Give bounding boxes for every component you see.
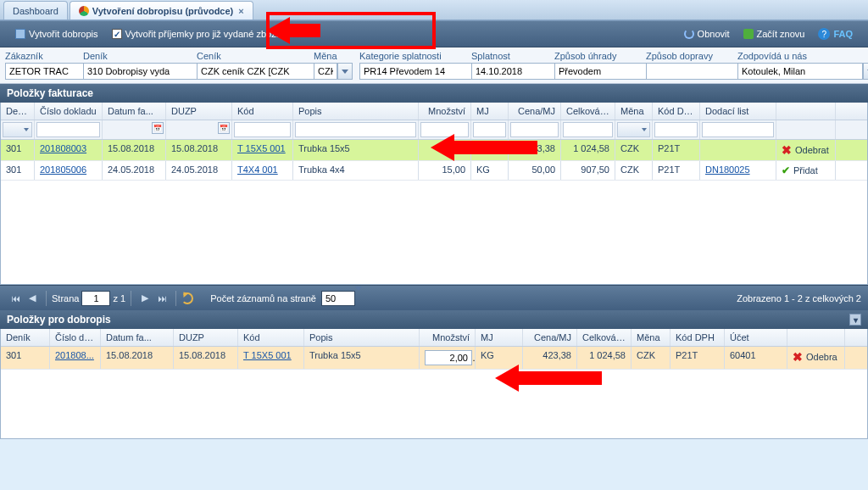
remove2-button[interactable]: ✖Odebra: [793, 350, 837, 364]
col2-price[interactable]: Cena/MJ: [523, 329, 577, 346]
col-duzp[interactable]: DUZP: [166, 103, 232, 120]
filter-code[interactable]: [234, 122, 291, 137]
due-category-input[interactable]: [359, 63, 485, 80]
col2-account[interactable]: Účet: [725, 329, 787, 346]
code2-link[interactable]: T 15X5 001: [243, 350, 292, 360]
doc-link[interactable]: 201805006: [40, 164, 86, 175]
faq-button[interactable]: ? FAQ: [811, 25, 860, 43]
col-price[interactable]: Cena/MJ: [509, 103, 561, 120]
filter-total[interactable]: [563, 122, 613, 137]
col-qty[interactable]: Množství: [419, 103, 471, 120]
responsible-input[interactable]: [737, 63, 863, 80]
remove-label: Odebrat: [795, 145, 829, 155]
cell2-account: 60401: [725, 347, 787, 369]
tab-wizard[interactable]: Vytvoření dobropisu (průvodce) ×: [70, 1, 253, 19]
doc2-link[interactable]: 201808...: [55, 350, 94, 360]
tab-dashboard[interactable]: Dashboard: [3, 1, 68, 19]
col-currency[interactable]: Měna: [615, 103, 653, 120]
cell-journal: 301: [1, 140, 35, 160]
qty-input[interactable]: [425, 350, 472, 365]
col-vat[interactable]: Kód DPH: [653, 103, 700, 120]
reset-button[interactable]: Začít znovu: [737, 25, 812, 42]
filter-journal-dd[interactable]: [3, 122, 32, 137]
filter-date-cal[interactable]: 📅: [152, 122, 164, 134]
filter-delivery[interactable]: [702, 122, 774, 137]
add-row-button[interactable]: ✔Přidat: [782, 164, 818, 176]
reset-label: Začít znovu: [757, 29, 805, 39]
pager-bar: ⏮ ◀ Strana z 1 ▶ ⏭ Počet záznamů na stra…: [0, 285, 868, 310]
cell-desc: Trubka 15x5: [293, 140, 419, 160]
doc-link[interactable]: 201808003: [40, 143, 86, 153]
last-page-button[interactable]: ⏭: [155, 292, 169, 305]
col2-currency[interactable]: Měna: [632, 329, 670, 346]
add-icon: ✔: [782, 164, 790, 176]
prev-page-button[interactable]: ◀: [25, 292, 39, 305]
page-size-dd[interactable]: [355, 291, 362, 306]
first-page-button[interactable]: ⏮: [8, 292, 22, 305]
responsible-dd[interactable]: [863, 63, 868, 80]
page-size-input[interactable]: [321, 291, 355, 306]
remove-row-button[interactable]: ✖Odebrat: [782, 143, 829, 157]
filter-currency-dd[interactable]: [617, 122, 650, 137]
filter-vat[interactable]: [654, 122, 698, 137]
pricelist-input[interactable]: [197, 63, 322, 80]
col2-desc[interactable]: Popis: [304, 329, 420, 346]
table-row[interactable]: 301 201808003 15.08.2018 15.08.2018 T 15…: [1, 140, 867, 161]
payment-label: Způsob úhrady: [554, 51, 643, 61]
pager-refresh-icon[interactable]: [181, 292, 193, 304]
filter-duzp-cal[interactable]: 📅: [218, 122, 230, 134]
col2-date[interactable]: Datum fa...: [101, 329, 174, 346]
col-date[interactable]: Datum fa...: [103, 103, 166, 120]
table-row[interactable]: 301 201808... 15.08.2018 15.08.2018 T 15…: [1, 347, 867, 370]
next-page-button[interactable]: ▶: [138, 292, 152, 305]
cell2-journal: 301: [1, 347, 50, 369]
currency-input[interactable]: [314, 63, 337, 80]
wizard-icon: [79, 6, 89, 16]
cell2-currency: CZK: [632, 347, 670, 369]
cell-journal: 301: [1, 161, 35, 180]
col-journal[interactable]: Deník: [1, 103, 35, 120]
customer-label: Zákazník: [5, 51, 80, 61]
cell-vat: P21T: [653, 161, 700, 180]
cell-currency: CZK: [615, 140, 653, 160]
col-desc[interactable]: Popis: [293, 103, 419, 120]
cell-qty: 2,00: [419, 140, 471, 160]
col2-qty[interactable]: Množství: [420, 329, 476, 346]
code-link[interactable]: T 15X5 001: [237, 143, 286, 153]
refresh-label: Obnovit: [698, 29, 730, 39]
col2-total[interactable]: Celková ...: [577, 329, 632, 346]
table-row[interactable]: 301 201805006 24.05.2018 24.05.2018 T4X4…: [1, 161, 867, 181]
page-of: z 1: [114, 293, 126, 303]
filter-price[interactable]: [510, 122, 559, 137]
col2-journal[interactable]: Deník: [1, 329, 50, 346]
refresh-button[interactable]: Obnovit: [677, 25, 737, 42]
filter-desc[interactable]: [295, 122, 416, 137]
filter-qty[interactable]: [420, 122, 469, 137]
filter-docnum[interactable]: [36, 122, 100, 137]
col-total[interactable]: Celková ...: [561, 103, 615, 120]
shipping-label: Způsob dopravy: [646, 51, 734, 61]
col-unit[interactable]: MJ: [471, 103, 509, 120]
col2-duzp[interactable]: DUZP: [174, 329, 238, 346]
col2-unit[interactable]: MJ: [476, 329, 523, 346]
close-icon[interactable]: ×: [238, 6, 243, 16]
col2-docnum[interactable]: Číslo do...: [50, 329, 101, 346]
collapse-icon[interactable]: ▾: [849, 314, 861, 326]
page-input[interactable]: [81, 291, 110, 306]
col-delivery[interactable]: Dodací list: [700, 103, 776, 120]
col-code[interactable]: Kód: [232, 103, 293, 120]
filter-unit[interactable]: [473, 122, 506, 137]
col2-action: [787, 329, 845, 346]
currency-dd[interactable]: [337, 63, 353, 80]
credit-items-body: 301 201808... 15.08.2018 15.08.2018 T 15…: [1, 347, 867, 438]
create-credit-button[interactable]: Vytvořit dobropis: [8, 25, 105, 42]
col-docnum[interactable]: Číslo dokladu: [35, 103, 103, 120]
col2-vat[interactable]: Kód DPH: [670, 329, 725, 346]
cell-date: 24.05.2018: [103, 161, 166, 180]
create-receipt-checkbox[interactable]: ✓ Vytvořit příjemky pro již vydané zboží: [105, 25, 286, 42]
cell2-duzp: 15.08.2018: [174, 347, 238, 369]
delivery-link[interactable]: DN180025: [705, 164, 750, 175]
code-link[interactable]: T4X4 001: [237, 164, 278, 175]
journal-input[interactable]: [83, 63, 209, 80]
col2-code[interactable]: Kód: [238, 329, 304, 346]
